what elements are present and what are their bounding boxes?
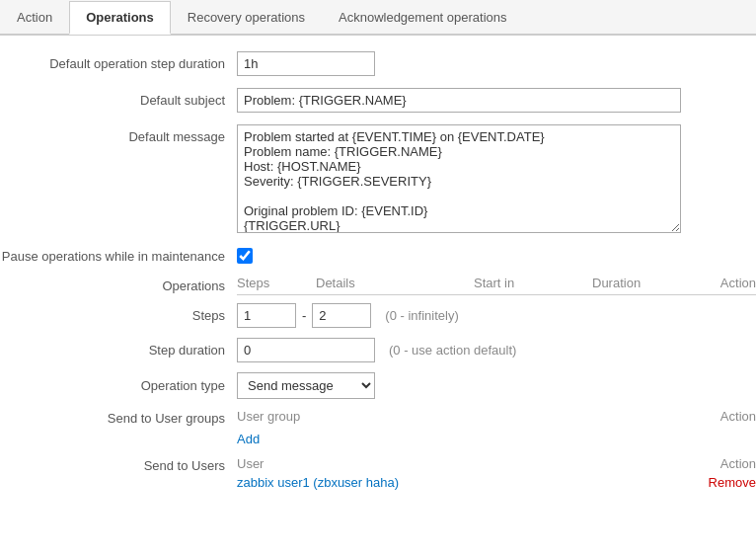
ops-col-steps: Steps (237, 276, 316, 290)
user-group-action-col-header: Action (677, 409, 756, 424)
send-to-users-label: Send to Users (0, 456, 237, 492)
op-step-duration-row: Step duration (0 - use action default) (0, 338, 756, 362)
tabs-bar: Action Operations Recovery operations Ac… (0, 0, 756, 36)
add-user-group-link-wrapper: Add (237, 428, 756, 446)
steps-hint: (0 - infinitely) (385, 308, 458, 323)
default-message-textarea[interactable] (237, 124, 681, 233)
op-step-duration-label: Step duration (0, 343, 237, 358)
ops-col-action: Action (711, 276, 756, 290)
ops-table-header: Steps Details Start in Duration Action (237, 276, 756, 295)
main-content: Default operation step duration Default … (0, 36, 756, 517)
user-col-header: User (237, 456, 677, 471)
tab-operations[interactable]: Operations (69, 1, 171, 35)
users-table-header: User Action (237, 456, 756, 471)
step-duration-row: Default operation step duration (0, 51, 756, 76)
user-group-col-header: User group (237, 409, 677, 424)
user-action: Remove (677, 475, 756, 490)
default-message-row: Default message (0, 124, 756, 236)
step-duration-input[interactable] (237, 51, 375, 76)
op-type-label: Operation type (0, 378, 237, 393)
op-step-duration-input[interactable] (237, 338, 375, 362)
operation-details-section: Steps - (0 - infinitely) Step duration (… (0, 303, 756, 399)
remove-user-link[interactable]: Remove (709, 475, 756, 490)
user-groups-table: User group Action Add (237, 409, 756, 446)
tab-action[interactable]: Action (0, 1, 69, 35)
send-to-users-section: Send to Users User Action zabbix user1 (… (0, 456, 756, 492)
default-subject-control (237, 88, 756, 113)
op-steps-row: Steps - (0 - infinitely) (0, 303, 756, 328)
send-to-user-groups-label: Send to User groups (0, 409, 237, 446)
default-subject-label: Default subject (0, 88, 237, 108)
default-message-label: Default message (0, 124, 237, 144)
op-steps-label: Steps (0, 308, 237, 323)
textarea-wrapper (237, 124, 681, 236)
user-action-col-header: Action (677, 456, 756, 471)
ops-col-startin: Start in (474, 276, 592, 290)
users-table: User Action zabbix user1 (zbxuser haha) … (237, 456, 756, 492)
pause-operations-row: Pause operations while in maintenance (0, 248, 756, 264)
default-subject-input[interactable] (237, 88, 681, 113)
default-message-control (237, 124, 756, 236)
steps-from-input[interactable] (237, 303, 296, 328)
user-groups-header: User group Action (237, 409, 756, 424)
operations-section-header: Operations Steps Details Start in Durati… (0, 276, 756, 295)
step-duration-hint: (0 - use action default) (389, 343, 516, 358)
op-type-row: Operation type Send message Remote comma… (0, 372, 756, 399)
add-user-group-link[interactable]: Add (237, 432, 260, 446)
tab-acknowledgement[interactable]: Acknowledgement operations (322, 1, 524, 35)
pause-operations-checkbox[interactable] (237, 248, 253, 264)
op-steps-control: - (0 - infinitely) (237, 303, 459, 328)
user-name: zabbix user1 (zbxuser haha) (237, 475, 677, 490)
op-step-duration-control: (0 - use action default) (237, 338, 516, 362)
pause-operations-label: Pause operations while in maintenance (0, 249, 237, 264)
step-duration-control (237, 51, 756, 76)
tab-recovery[interactable]: Recovery operations (171, 1, 322, 35)
step-duration-label: Default operation step duration (0, 51, 237, 71)
op-type-select[interactable]: Send message Remote command (237, 372, 375, 399)
ops-col-details: Details (316, 276, 474, 290)
steps-to-input[interactable] (312, 303, 371, 328)
operations-label: Operations (0, 278, 237, 293)
default-subject-row: Default subject (0, 88, 756, 113)
user-row: zabbix user1 (zbxuser haha) Remove (237, 475, 756, 490)
steps-separator: - (302, 308, 306, 323)
ops-col-duration: Duration (592, 276, 711, 290)
send-to-user-groups-section: Send to User groups User group Action Ad… (0, 409, 756, 446)
